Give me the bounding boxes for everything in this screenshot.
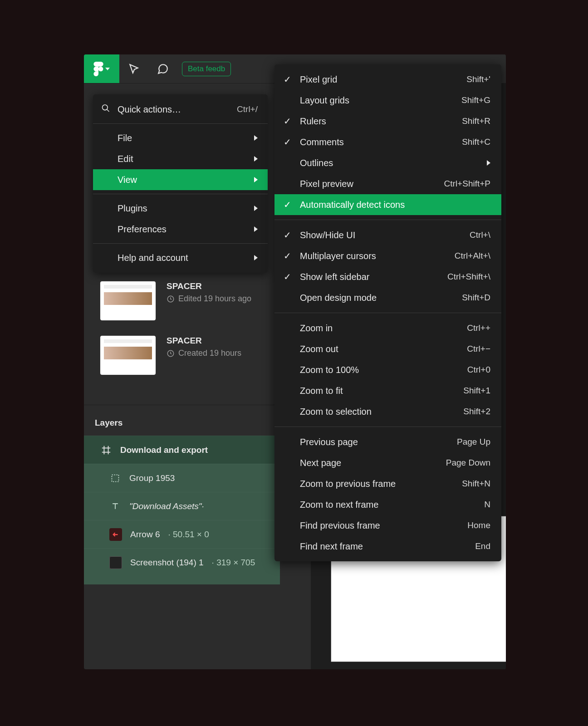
- menu-shortcut: Shift+': [466, 74, 490, 84]
- menu-shortcut: Ctrl+Shift+P: [444, 179, 490, 189]
- menu-item-multiplayer-cursors[interactable]: ✓ Multiplayer cursors Ctrl+Alt+\: [274, 245, 501, 266]
- chevron-right-icon: [487, 160, 490, 166]
- menu-item-outlines[interactable]: Outlines: [274, 152, 501, 173]
- file-card[interactable]: SPACER Edited 19 hours ago: [100, 281, 280, 320]
- layer-row[interactable]: Group 1953: [84, 464, 280, 492]
- menu-shortcut: N: [484, 500, 490, 510]
- figma-logo-icon: [93, 62, 103, 76]
- menu-view[interactable]: View: [93, 169, 268, 190]
- layer-dimensions: · 319 × 705: [212, 558, 255, 568]
- menu-item-layout-grids[interactable]: Layout grids Shift+G: [274, 90, 501, 111]
- check-icon: ✓: [283, 250, 292, 261]
- menu-item-auto-detect-icons[interactable]: ✓ Automatically detect icons: [274, 194, 501, 215]
- figma-menu-button[interactable]: [84, 54, 119, 83]
- file-thumbnail: [100, 336, 156, 375]
- menu-label: Zoom to 100%: [300, 365, 467, 375]
- menu-label: Next page: [300, 458, 446, 468]
- menu-label: Multiplayer cursors: [300, 251, 455, 261]
- menu-item-show-hide-ui[interactable]: ✓ Show/Hide UI Ctrl+\: [274, 225, 501, 245]
- menu-plugins[interactable]: Plugins: [93, 198, 268, 219]
- menu-item-zoom-in[interactable]: Zoom in Ctrl++: [274, 318, 501, 338]
- menu-label: Previous page: [300, 437, 457, 447]
- menu-label: Comments: [300, 137, 462, 147]
- main-menu-dropdown: Quick actions… Ctrl+/ File Edit View Plu…: [93, 94, 268, 273]
- layers-panel: Download and export Group 1953 "Download…: [84, 436, 280, 584]
- menu-item-previous-page[interactable]: Previous page Page Up: [274, 432, 501, 452]
- menu-shortcut: Shift+1: [463, 386, 490, 396]
- menu-separator: [274, 313, 501, 313]
- menu-label: File: [118, 133, 254, 143]
- menu-item-zoom-out[interactable]: Zoom out Ctrl+−: [274, 338, 501, 359]
- menu-shortcut: Page Down: [446, 458, 490, 468]
- menu-shortcut: Home: [467, 520, 490, 530]
- file-name: SPACER: [167, 281, 251, 291]
- svg-point-4: [103, 105, 108, 110]
- layer-name: Screenshot (194) 1: [130, 558, 204, 568]
- menu-item-pixel-preview[interactable]: Pixel preview Ctrl+Shift+P: [274, 173, 501, 194]
- menu-file[interactable]: File: [93, 128, 268, 148]
- menu-item-rulers[interactable]: ✓ Rulers Shift+R: [274, 111, 501, 132]
- menu-label: Zoom in: [300, 323, 467, 334]
- file-thumbnail: [100, 281, 156, 320]
- menu-label: Zoom out: [300, 344, 467, 354]
- menu-preferences[interactable]: Preferences: [93, 219, 268, 240]
- chevron-right-icon: [254, 177, 258, 182]
- menu-separator: [93, 123, 268, 124]
- menu-item-zoom-to-fit[interactable]: Zoom to fit Shift+1: [274, 380, 501, 401]
- menu-shortcut: Ctrl+/: [237, 104, 258, 114]
- menu-label: Pixel preview: [300, 179, 444, 189]
- recent-files: SPACER Edited 19 hours ago SPACER Create…: [84, 281, 280, 390]
- check-icon: ✓: [283, 230, 292, 240]
- file-card[interactable]: SPACER Created 19 hours: [100, 336, 280, 375]
- menu-label: Zoom to previous frame: [300, 479, 462, 489]
- move-tool-button[interactable]: [119, 54, 148, 83]
- menu-label: Help and account: [118, 253, 254, 263]
- menu-label: Automatically detect icons: [300, 200, 490, 210]
- menu-label: View: [118, 175, 254, 185]
- menu-item-zoom-previous-frame[interactable]: Zoom to previous frame Shift+N: [274, 473, 501, 494]
- menu-item-zoom-100[interactable]: Zoom to 100% Ctrl+0: [274, 359, 501, 380]
- menu-shortcut: Ctrl+\: [470, 230, 490, 240]
- layer-row[interactable]: Screenshot (194) 1 · 319 × 705: [84, 548, 280, 576]
- menu-shortcut: Ctrl+Shift+\: [447, 272, 490, 282]
- comment-tool-button[interactable]: [148, 54, 177, 83]
- beta-feedback-button[interactable]: Beta feedb: [182, 62, 231, 76]
- menu-item-show-left-sidebar[interactable]: ✓ Show left sidebar Ctrl+Shift+\: [274, 266, 501, 287]
- menu-item-find-next-frame[interactable]: Find next frame End: [274, 536, 501, 557]
- check-icon: ✓: [283, 74, 292, 85]
- menu-item-pixel-grid[interactable]: ✓ Pixel grid Shift+': [274, 69, 501, 90]
- layer-row[interactable]: Download and export: [84, 436, 280, 464]
- layer-row[interactable]: "Download Assets"·: [84, 492, 280, 520]
- menu-shortcut: Ctrl+0: [467, 365, 490, 375]
- menu-shortcut: Ctrl+Alt+\: [455, 251, 490, 261]
- menu-item-next-page[interactable]: Next page Page Down: [274, 452, 501, 473]
- menu-item-open-design-mode[interactable]: Open design mode Shift+D: [274, 287, 501, 308]
- menu-shortcut: Shift+G: [461, 95, 490, 105]
- file-subtitle: Edited 19 hours ago: [167, 294, 251, 304]
- menu-label: Layout grids: [300, 95, 461, 106]
- menu-item-zoom-to-selection[interactable]: Zoom to selection Shift+2: [274, 401, 501, 422]
- menu-label: Zoom to selection: [300, 407, 463, 417]
- view-submenu: ✓ Pixel grid Shift+' Layout grids Shift+…: [274, 64, 501, 561]
- menu-label: Zoom to fit: [300, 386, 463, 396]
- history-icon: [167, 295, 175, 303]
- menu-label: Find next frame: [300, 541, 475, 552]
- menu-edit[interactable]: Edit: [93, 148, 268, 169]
- menu-help[interactable]: Help and account: [93, 247, 268, 268]
- menu-label: Show/Hide UI: [300, 230, 470, 240]
- check-icon: ✓: [283, 271, 292, 282]
- menu-label: Show left sidebar: [300, 272, 447, 282]
- menu-item-comments[interactable]: ✓ Comments Shift+C: [274, 132, 501, 152]
- menu-quick-actions[interactable]: Quick actions… Ctrl+/: [93, 99, 268, 120]
- chevron-right-icon: [254, 156, 258, 162]
- menu-label: Preferences: [118, 224, 254, 235]
- menu-separator: [274, 427, 501, 427]
- menu-shortcut: Shift+R: [462, 116, 490, 126]
- svg-rect-3: [112, 475, 119, 481]
- menu-label: Plugins: [118, 203, 254, 214]
- menu-item-zoom-next-frame[interactable]: Zoom to next frame N: [274, 494, 501, 515]
- menu-item-find-previous-frame[interactable]: Find previous frame Home: [274, 515, 501, 536]
- layer-row[interactable]: Arrow 6 · 50.51 × 0: [84, 520, 280, 548]
- check-icon: ✓: [283, 116, 292, 127]
- menu-shortcut: End: [475, 541, 490, 551]
